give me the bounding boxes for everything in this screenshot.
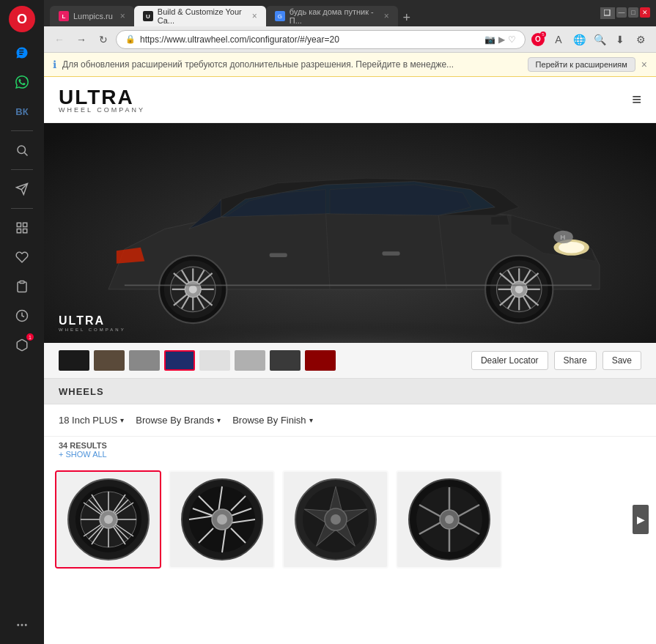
brands-filter[interactable]: Browse By Brands ▾ — [136, 412, 221, 429]
wheel-item-2[interactable] — [169, 470, 275, 569]
sidebar-bottom — [9, 612, 35, 638]
translate-icon[interactable]: A — [549, 30, 568, 49]
wheels-header: WHEELS — [44, 379, 656, 404]
finish-filter-arrow: ▾ — [309, 416, 313, 424]
swatch-black[interactable] — [59, 350, 89, 371]
opera-badge[interactable]: O 5 — [528, 30, 548, 49]
wheel-next-button[interactable]: ▶ — [633, 505, 649, 534]
dealer-locator-button[interactable]: Dealer Locator — [471, 351, 548, 370]
brands-filter-arrow: ▾ — [217, 416, 221, 424]
svg-point-72 — [217, 514, 227, 525]
swatch-red[interactable] — [305, 350, 336, 371]
wheels-section-title: WHEELS — [59, 386, 104, 397]
ultra-header: ULTRA WHEEL COMPANY ≡ — [44, 77, 656, 123]
finish-filter-label: Browse By Finish — [232, 415, 306, 426]
window-controls: — □ ✕ — [600, 7, 650, 19]
share-button[interactable]: Share — [554, 351, 597, 370]
ssl-icon: 🔒 — [125, 34, 136, 44]
ext-bar-close-button[interactable]: × — [641, 59, 647, 70]
svg-point-19 — [559, 242, 584, 253]
swatch-gray[interactable] — [129, 350, 160, 371]
car-image-area: H — [44, 123, 656, 343]
website-content: ULTRA WHEEL COMPANY ≡ — [44, 77, 656, 644]
minimize-button[interactable]: — — [616, 7, 627, 18]
tab-close-google[interactable]: × — [384, 11, 389, 21]
wheel-svg-2 — [178, 475, 266, 563]
more-icon[interactable] — [9, 612, 35, 638]
camera-icon[interactable]: 📷 — [484, 34, 495, 45]
extension-bar: ℹ Для обновления расширений требуются до… — [44, 53, 656, 77]
send-icon[interactable] — [9, 176, 35, 202]
wheel-img-1 — [56, 472, 160, 567]
search-icon[interactable] — [9, 137, 35, 163]
save-button[interactable]: Save — [602, 351, 641, 370]
title-bar: L Lumpics.ru × U Build & Customize Your … — [44, 0, 656, 26]
swatch-silver[interactable] — [235, 350, 265, 371]
svg-point-43 — [189, 285, 197, 293]
info-icon: ℹ — [53, 59, 56, 70]
play-icon[interactable]: ▶ — [498, 34, 505, 45]
svg-point-86 — [445, 515, 454, 524]
opera-logo[interactable]: O — [9, 6, 35, 32]
svg-point-58 — [104, 515, 113, 524]
svg-rect-4 — [17, 223, 21, 226]
svg-line-1 — [24, 152, 27, 155]
restore-btn[interactable] — [600, 7, 615, 19]
tab-label-ultra: Build & Customize Your Ca... — [158, 7, 245, 25]
download-icon[interactable]: ⬇ — [611, 30, 630, 49]
wheel-item-3[interactable] — [282, 470, 388, 569]
overlay-logo-text: ULTRA — [59, 314, 126, 327]
vk-icon[interactable]: ВК — [9, 98, 35, 125]
swatch-white[interactable] — [199, 350, 230, 371]
back-button[interactable]: ← — [50, 30, 69, 49]
address-bar[interactable]: 🔒 https://www.ultrawheel.com/iconfigurat… — [116, 30, 526, 49]
swatch-navy[interactable] — [164, 350, 195, 371]
tab-ultra[interactable]: U Build & Customize Your Ca... × — [134, 6, 266, 26]
finish-filter[interactable]: Browse By Finish ▾ — [232, 412, 312, 429]
clipboard-icon[interactable] — [9, 273, 35, 300]
svg-text:H: H — [560, 233, 565, 241]
car-svg: H — [44, 123, 656, 343]
heart-icon[interactable] — [9, 244, 35, 270]
close-button[interactable]: ✕ — [640, 7, 650, 18]
swatch-darkgray[interactable] — [270, 350, 301, 371]
nav-right-controls: O 5 A 🌐 🔍 ⬇ ⚙ — [528, 30, 650, 49]
zoom-icon[interactable]: 🔍 — [590, 30, 609, 49]
ext-bar-action-button[interactable]: Перейти к расширениям — [528, 57, 635, 72]
svg-point-32 — [515, 285, 523, 293]
tab-lumpics[interactable]: L Lumpics.ru × — [50, 6, 134, 26]
size-filter-arrow: ▾ — [120, 416, 124, 424]
address-bar-icons: 📷 ▶ ♡ — [484, 34, 516, 45]
wheel-img-3 — [284, 472, 387, 567]
grid-icon[interactable] — [9, 215, 35, 241]
box-icon[interactable]: 1 — [9, 332, 35, 358]
wheel-item-4[interactable] — [396, 470, 502, 569]
tab-close-lumpics[interactable]: × — [120, 11, 125, 21]
heart-address-icon[interactable]: ♡ — [508, 34, 516, 45]
reload-button[interactable]: ↻ — [94, 30, 113, 49]
clock-icon[interactable] — [9, 303, 35, 329]
new-tab-button[interactable]: + — [398, 9, 416, 26]
wheel-item-1[interactable] — [55, 470, 161, 569]
size-filter[interactable]: 18 Inch PLUS ▾ — [59, 412, 124, 429]
maximize-button[interactable]: □ — [628, 7, 638, 18]
tab-favicon-google: G — [275, 11, 285, 21]
whatsapp-icon[interactable] — [9, 69, 35, 95]
wheel-grid: ▶ — [44, 463, 656, 576]
svg-point-12 — [25, 624, 27, 626]
settings-icon[interactable]: ⚙ — [631, 30, 650, 49]
forward-button[interactable]: → — [72, 30, 91, 49]
svg-rect-5 — [23, 223, 27, 226]
hamburger-menu-icon[interactable]: ≡ — [632, 90, 641, 109]
swatch-brown[interactable] — [94, 350, 125, 371]
tab-google[interactable]: G будь как дома путник - П... × — [266, 6, 398, 26]
tab-close-ultra[interactable]: × — [252, 11, 257, 21]
opera-sidebar: O ВК 1 — [0, 0, 44, 644]
show-all-link[interactable]: + SHOW ALL — [59, 450, 107, 459]
svg-rect-7 — [23, 229, 27, 233]
wheels-section: WHEELS 18 Inch PLUS ▾ Browse By Brands ▾… — [44, 379, 656, 576]
svg-rect-45 — [382, 251, 399, 255]
sidebar-divider-3 — [11, 208, 33, 209]
globe-icon[interactable]: 🌐 — [570, 30, 589, 49]
messenger-icon[interactable] — [9, 40, 35, 66]
